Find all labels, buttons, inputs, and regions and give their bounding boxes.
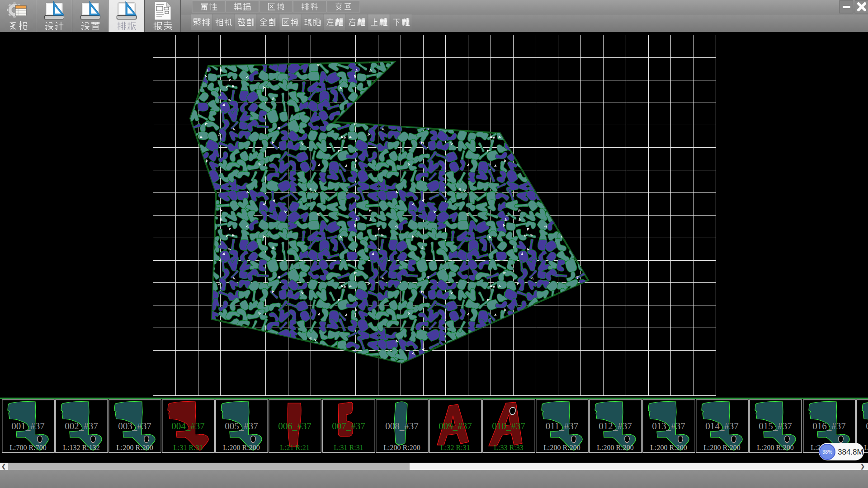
svg-text:003_#37: 003_#37: [118, 421, 151, 432]
svg-text:L:132 R:132: L:132 R:132: [63, 444, 99, 451]
svg-text:016_#37: 016_#37: [812, 421, 846, 432]
svg-text:L:200 R:200: L:200 R:200: [223, 444, 259, 451]
svg-text:L:200 R:200: L:200 R:200: [864, 444, 868, 451]
svg-text:007_#37: 007_#37: [332, 421, 365, 432]
svg-text:001_#37: 001_#37: [11, 421, 45, 432]
svg-text:005_#37: 005_#37: [225, 421, 258, 432]
svg-text:010_#37: 010_#37: [492, 421, 525, 432]
svg-text:017_#37: 017_#37: [866, 421, 868, 432]
svg-text:L:200 R:200: L:200 R:200: [703, 444, 740, 451]
svg-text:013_#37: 013_#37: [652, 421, 685, 432]
svg-text:L:31 R:31: L:31 R:31: [334, 444, 363, 451]
svg-text:L:200 R:200: L:200 R:200: [383, 444, 420, 451]
svg-text:011_#37: 011_#37: [546, 421, 579, 432]
svg-text:L:200 R:200: L:200 R:200: [543, 444, 580, 451]
svg-text:L:700 R:700: L:700 R:700: [9, 444, 46, 451]
svg-text:L:200 R:200: L:200 R:200: [116, 444, 153, 451]
svg-text:015_#37: 015_#37: [759, 421, 792, 432]
svg-text:012_#37: 012_#37: [599, 421, 632, 432]
svg-text:009_#37: 009_#37: [439, 421, 472, 432]
svg-text:002_#37: 002_#37: [65, 421, 98, 432]
svg-text:L:31 R:31: L:31 R:31: [173, 444, 203, 451]
svg-text:014_#37: 014_#37: [705, 421, 739, 432]
svg-text:L:33 R:33: L:33 R:33: [494, 444, 523, 451]
svg-text:006_#37: 006_#37: [278, 421, 311, 432]
svg-text:004_#37: 004_#37: [171, 421, 205, 432]
svg-text:L:200 R:200: L:200 R:200: [650, 444, 687, 451]
svg-text:L:32 R:31: L:32 R:31: [440, 444, 470, 451]
svg-text:L:200 R:200: L:200 R:200: [757, 444, 793, 451]
svg-text:008_#37: 008_#37: [385, 421, 419, 432]
svg-text:L:200 R:200: L:200 R:200: [597, 444, 633, 451]
svg-text:L:21 R:21: L:21 R:21: [280, 444, 309, 451]
